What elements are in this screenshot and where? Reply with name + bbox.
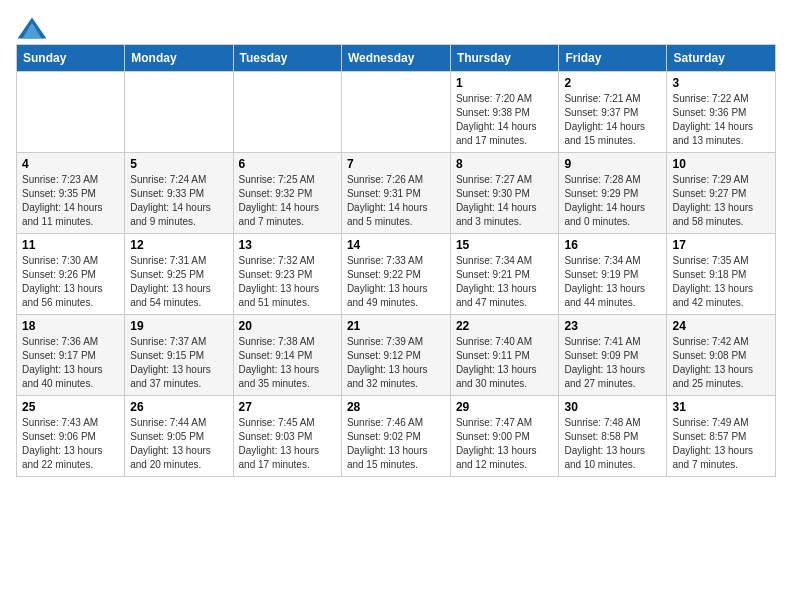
day-info: Sunrise: 7:29 AM Sunset: 9:27 PM Dayligh… xyxy=(672,173,770,229)
day-info: Sunrise: 7:35 AM Sunset: 9:18 PM Dayligh… xyxy=(672,254,770,310)
day-info: Sunrise: 7:44 AM Sunset: 9:05 PM Dayligh… xyxy=(130,416,227,472)
day-info: Sunrise: 7:45 AM Sunset: 9:03 PM Dayligh… xyxy=(239,416,336,472)
day-info: Sunrise: 7:21 AM Sunset: 9:37 PM Dayligh… xyxy=(564,92,661,148)
calendar-week-5: 25Sunrise: 7:43 AM Sunset: 9:06 PM Dayli… xyxy=(17,396,776,477)
calendar-cell xyxy=(341,72,450,153)
day-number: 19 xyxy=(130,319,227,333)
day-number: 8 xyxy=(456,157,554,171)
calendar-cell: 23Sunrise: 7:41 AM Sunset: 9:09 PM Dayli… xyxy=(559,315,667,396)
calendar-cell: 12Sunrise: 7:31 AM Sunset: 9:25 PM Dayli… xyxy=(125,234,233,315)
day-number: 18 xyxy=(22,319,119,333)
day-number: 22 xyxy=(456,319,554,333)
calendar-week-2: 4Sunrise: 7:23 AM Sunset: 9:35 PM Daylig… xyxy=(17,153,776,234)
day-info: Sunrise: 7:32 AM Sunset: 9:23 PM Dayligh… xyxy=(239,254,336,310)
day-info: Sunrise: 7:36 AM Sunset: 9:17 PM Dayligh… xyxy=(22,335,119,391)
day-info: Sunrise: 7:27 AM Sunset: 9:30 PM Dayligh… xyxy=(456,173,554,229)
calendar-cell: 28Sunrise: 7:46 AM Sunset: 9:02 PM Dayli… xyxy=(341,396,450,477)
day-number: 30 xyxy=(564,400,661,414)
day-info: Sunrise: 7:24 AM Sunset: 9:33 PM Dayligh… xyxy=(130,173,227,229)
day-number: 21 xyxy=(347,319,445,333)
calendar-cell: 17Sunrise: 7:35 AM Sunset: 9:18 PM Dayli… xyxy=(667,234,776,315)
day-number: 25 xyxy=(22,400,119,414)
calendar-cell: 29Sunrise: 7:47 AM Sunset: 9:00 PM Dayli… xyxy=(450,396,559,477)
day-number: 11 xyxy=(22,238,119,252)
day-number: 12 xyxy=(130,238,227,252)
calendar-cell xyxy=(17,72,125,153)
calendar-cell: 6Sunrise: 7:25 AM Sunset: 9:32 PM Daylig… xyxy=(233,153,341,234)
calendar-cell: 5Sunrise: 7:24 AM Sunset: 9:33 PM Daylig… xyxy=(125,153,233,234)
calendar-cell: 15Sunrise: 7:34 AM Sunset: 9:21 PM Dayli… xyxy=(450,234,559,315)
calendar-cell: 1Sunrise: 7:20 AM Sunset: 9:38 PM Daylig… xyxy=(450,72,559,153)
calendar-week-1: 1Sunrise: 7:20 AM Sunset: 9:38 PM Daylig… xyxy=(17,72,776,153)
calendar-cell: 18Sunrise: 7:36 AM Sunset: 9:17 PM Dayli… xyxy=(17,315,125,396)
day-number: 9 xyxy=(564,157,661,171)
day-info: Sunrise: 7:48 AM Sunset: 8:58 PM Dayligh… xyxy=(564,416,661,472)
day-number: 4 xyxy=(22,157,119,171)
calendar-cell: 25Sunrise: 7:43 AM Sunset: 9:06 PM Dayli… xyxy=(17,396,125,477)
calendar-cell: 20Sunrise: 7:38 AM Sunset: 9:14 PM Dayli… xyxy=(233,315,341,396)
calendar-cell: 19Sunrise: 7:37 AM Sunset: 9:15 PM Dayli… xyxy=(125,315,233,396)
day-number: 26 xyxy=(130,400,227,414)
day-info: Sunrise: 7:37 AM Sunset: 9:15 PM Dayligh… xyxy=(130,335,227,391)
day-info: Sunrise: 7:34 AM Sunset: 9:21 PM Dayligh… xyxy=(456,254,554,310)
calendar-cell: 4Sunrise: 7:23 AM Sunset: 9:35 PM Daylig… xyxy=(17,153,125,234)
day-number: 1 xyxy=(456,76,554,90)
day-info: Sunrise: 7:42 AM Sunset: 9:08 PM Dayligh… xyxy=(672,335,770,391)
day-info: Sunrise: 7:47 AM Sunset: 9:00 PM Dayligh… xyxy=(456,416,554,472)
calendar-cell: 13Sunrise: 7:32 AM Sunset: 9:23 PM Dayli… xyxy=(233,234,341,315)
calendar-cell: 10Sunrise: 7:29 AM Sunset: 9:27 PM Dayli… xyxy=(667,153,776,234)
calendar-cell: 2Sunrise: 7:21 AM Sunset: 9:37 PM Daylig… xyxy=(559,72,667,153)
weekday-tuesday: Tuesday xyxy=(233,45,341,72)
calendar-cell: 3Sunrise: 7:22 AM Sunset: 9:36 PM Daylig… xyxy=(667,72,776,153)
day-number: 17 xyxy=(672,238,770,252)
day-info: Sunrise: 7:31 AM Sunset: 9:25 PM Dayligh… xyxy=(130,254,227,310)
day-info: Sunrise: 7:20 AM Sunset: 9:38 PM Dayligh… xyxy=(456,92,554,148)
weekday-saturday: Saturday xyxy=(667,45,776,72)
day-info: Sunrise: 7:22 AM Sunset: 9:36 PM Dayligh… xyxy=(672,92,770,148)
day-number: 7 xyxy=(347,157,445,171)
calendar-cell: 30Sunrise: 7:48 AM Sunset: 8:58 PM Dayli… xyxy=(559,396,667,477)
weekday-thursday: Thursday xyxy=(450,45,559,72)
weekday-friday: Friday xyxy=(559,45,667,72)
logo xyxy=(16,16,52,40)
day-number: 27 xyxy=(239,400,336,414)
calendar-cell: 22Sunrise: 7:40 AM Sunset: 9:11 PM Dayli… xyxy=(450,315,559,396)
weekday-wednesday: Wednesday xyxy=(341,45,450,72)
day-number: 23 xyxy=(564,319,661,333)
day-number: 28 xyxy=(347,400,445,414)
day-number: 10 xyxy=(672,157,770,171)
day-info: Sunrise: 7:23 AM Sunset: 9:35 PM Dayligh… xyxy=(22,173,119,229)
day-number: 20 xyxy=(239,319,336,333)
calendar-table: SundayMondayTuesdayWednesdayThursdayFrid… xyxy=(16,44,776,477)
day-info: Sunrise: 7:33 AM Sunset: 9:22 PM Dayligh… xyxy=(347,254,445,310)
day-number: 3 xyxy=(672,76,770,90)
calendar-cell: 9Sunrise: 7:28 AM Sunset: 9:29 PM Daylig… xyxy=(559,153,667,234)
calendar-cell: 11Sunrise: 7:30 AM Sunset: 9:26 PM Dayli… xyxy=(17,234,125,315)
calendar-cell: 24Sunrise: 7:42 AM Sunset: 9:08 PM Dayli… xyxy=(667,315,776,396)
day-info: Sunrise: 7:43 AM Sunset: 9:06 PM Dayligh… xyxy=(22,416,119,472)
day-info: Sunrise: 7:28 AM Sunset: 9:29 PM Dayligh… xyxy=(564,173,661,229)
calendar-cell: 31Sunrise: 7:49 AM Sunset: 8:57 PM Dayli… xyxy=(667,396,776,477)
day-info: Sunrise: 7:34 AM Sunset: 9:19 PM Dayligh… xyxy=(564,254,661,310)
calendar-week-3: 11Sunrise: 7:30 AM Sunset: 9:26 PM Dayli… xyxy=(17,234,776,315)
calendar-cell: 16Sunrise: 7:34 AM Sunset: 9:19 PM Dayli… xyxy=(559,234,667,315)
calendar-cell xyxy=(233,72,341,153)
day-number: 24 xyxy=(672,319,770,333)
day-info: Sunrise: 7:30 AM Sunset: 9:26 PM Dayligh… xyxy=(22,254,119,310)
calendar-cell: 26Sunrise: 7:44 AM Sunset: 9:05 PM Dayli… xyxy=(125,396,233,477)
calendar-cell: 21Sunrise: 7:39 AM Sunset: 9:12 PM Dayli… xyxy=(341,315,450,396)
calendar-cell: 27Sunrise: 7:45 AM Sunset: 9:03 PM Dayli… xyxy=(233,396,341,477)
weekday-sunday: Sunday xyxy=(17,45,125,72)
day-info: Sunrise: 7:49 AM Sunset: 8:57 PM Dayligh… xyxy=(672,416,770,472)
day-number: 14 xyxy=(347,238,445,252)
day-number: 31 xyxy=(672,400,770,414)
weekday-monday: Monday xyxy=(125,45,233,72)
day-info: Sunrise: 7:25 AM Sunset: 9:32 PM Dayligh… xyxy=(239,173,336,229)
weekday-header-row: SundayMondayTuesdayWednesdayThursdayFrid… xyxy=(17,45,776,72)
calendar-cell: 14Sunrise: 7:33 AM Sunset: 9:22 PM Dayli… xyxy=(341,234,450,315)
day-number: 5 xyxy=(130,157,227,171)
day-info: Sunrise: 7:41 AM Sunset: 9:09 PM Dayligh… xyxy=(564,335,661,391)
day-number: 13 xyxy=(239,238,336,252)
day-info: Sunrise: 7:46 AM Sunset: 9:02 PM Dayligh… xyxy=(347,416,445,472)
day-number: 29 xyxy=(456,400,554,414)
